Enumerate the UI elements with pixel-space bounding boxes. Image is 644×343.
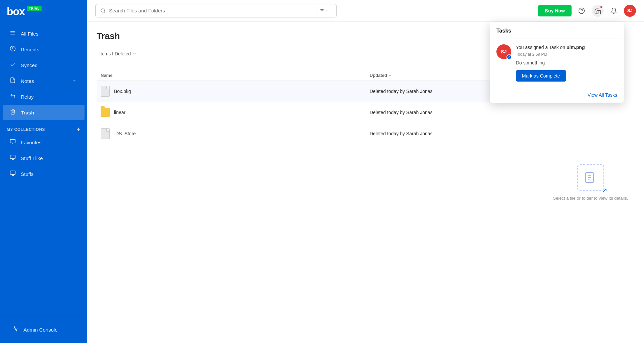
task-content: You assigned a Task on uim.png Today at … [516,44,617,82]
tasks-popup: Tasks SJ You assigned a Task on uim.png … [490,22,624,103]
view-all-tasks-link[interactable]: View All Tasks [588,92,617,98]
task-avatar: SJ [496,44,511,59]
task-item: SJ You assigned a Task on uim.png Today … [490,39,624,87]
tasks-footer: View All Tasks [490,87,624,103]
task-title: You assigned a Task on uim.png [516,44,617,51]
task-description: Do something [516,60,617,65]
task-time: Today at 2:59 PM [516,52,617,57]
mark-complete-button[interactable]: Mark as Complete [516,70,566,82]
task-badge-icon [506,54,512,60]
tasks-popup-title: Tasks [490,22,624,39]
